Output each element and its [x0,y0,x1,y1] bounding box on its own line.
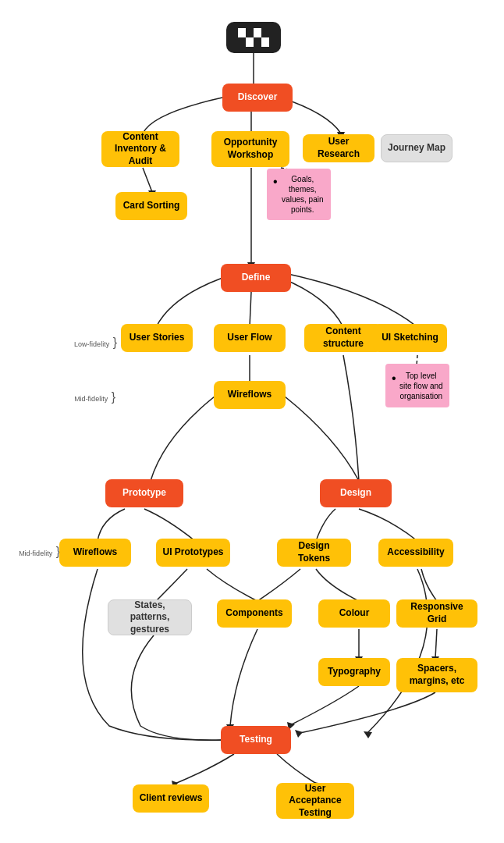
svg-line-12 [250,292,251,327]
svg-line-33 [435,629,437,658]
components-node[interactable]: Components [217,599,292,628]
define-label: Define [242,272,271,284]
mid-fidelity-label-2: Mid-fidelity } [17,545,60,559]
ui-sketching-label: UI Sketching [382,332,438,344]
user-stories-node[interactable]: User Stories [121,324,193,352]
svg-marker-39 [295,730,303,738]
goals-note-node: • Goals, themes, values, pain points. [267,169,331,220]
ui-prototypes-label: UI Prototypes [162,546,223,559]
colour-label: Colour [339,607,370,620]
design-tokens-label: Design Tokens [283,540,345,564]
top-level-note-content: • Top level site flow and organisation [392,371,443,401]
low-fidelity-label: Low-fidelity } [62,336,117,350]
diagram-container: Discover Content Inventory & Audit Oppor… [0,0,504,843]
typography-node[interactable]: Typography [318,658,390,686]
states-patterns-label: States, patterns, gestures [115,599,185,636]
content-structure-node[interactable]: Content structure [304,324,382,352]
user-flow-node[interactable]: User Flow [214,324,286,352]
prototype-node[interactable]: Prototype [105,479,183,507]
testing-label: Testing [240,734,272,746]
top-level-note-node: • Top level site flow and organisation [385,364,449,407]
components-label: Components [225,607,282,620]
spacers-label: Spacers, margins, etc [403,663,471,687]
checker-icon [238,28,269,47]
user-acceptance-node[interactable]: User Acceptance Testing [276,783,354,819]
top-level-note-label: Top level site flow and organisation [399,371,443,401]
content-inventory-node[interactable]: Content Inventory & Audit [101,131,179,167]
typography-label: Typography [328,666,381,678]
design-node[interactable]: Design [320,479,392,507]
journey-map-label: Journey Map [388,142,445,155]
states-patterns-node[interactable]: States, patterns, gestures [108,599,192,635]
colour-node[interactable]: Colour [318,599,390,628]
client-reviews-node[interactable]: Client reviews [133,784,209,813]
ui-sketching-node[interactable]: UI Sketching [373,324,447,352]
define-node[interactable]: Define [221,264,291,292]
user-flow-label: User Flow [227,332,272,344]
wireflows-define-label: Wireflows [228,389,272,401]
wireflows-prototype-node[interactable]: Wireflows [59,539,131,567]
user-research-node[interactable]: User Research [303,134,374,162]
testing-node[interactable]: Testing [221,726,291,754]
wireflows-prototype-label: Wireflows [73,546,118,559]
card-sorting-label: Card Sorting [123,200,180,212]
responsive-grid-label: Responsive Grid [403,601,471,625]
content-inventory-label: Content Inventory & Audit [108,131,173,168]
start-node [226,22,281,53]
journey-map-node[interactable]: Journey Map [381,134,453,162]
opportunity-workshop-node[interactable]: Opportunity Workshop [211,131,289,167]
client-reviews-label: Client reviews [140,792,203,805]
responsive-grid-node[interactable]: Responsive Grid [396,599,477,628]
card-sorting-node[interactable]: Card Sorting [115,192,187,220]
goals-note-content: • Goals, themes, values, pain points. [273,174,325,215]
user-stories-label: User Stories [130,332,185,344]
arrows-layer [0,0,504,843]
svg-marker-40 [364,731,372,738]
spacers-node[interactable]: Spacers, margins, etc [396,658,477,692]
accessibility-node[interactable]: Accessibility [378,539,453,567]
mid-fidelity-label-1: Mid-fidelity } [61,390,115,404]
accessibility-label: Accessibility [387,546,444,559]
wireflows-define-node[interactable]: Wireflows [214,381,286,409]
ui-prototypes-node[interactable]: UI Prototypes [156,539,230,567]
goals-note-label: Goals, themes, values, pain points. [281,174,325,215]
discover-node[interactable]: Discover [222,84,293,112]
svg-line-6 [143,168,152,192]
content-structure-label: Content structure [311,325,376,350]
user-acceptance-label: User Acceptance Testing [282,783,348,820]
opportunity-workshop-label: Opportunity Workshop [218,137,283,161]
design-tokens-node[interactable]: Design Tokens [277,539,351,567]
user-research-label: User Research [309,136,368,160]
design-label: Design [340,487,371,500]
prototype-label: Prototype [122,487,166,500]
discover-label: Discover [238,91,278,104]
